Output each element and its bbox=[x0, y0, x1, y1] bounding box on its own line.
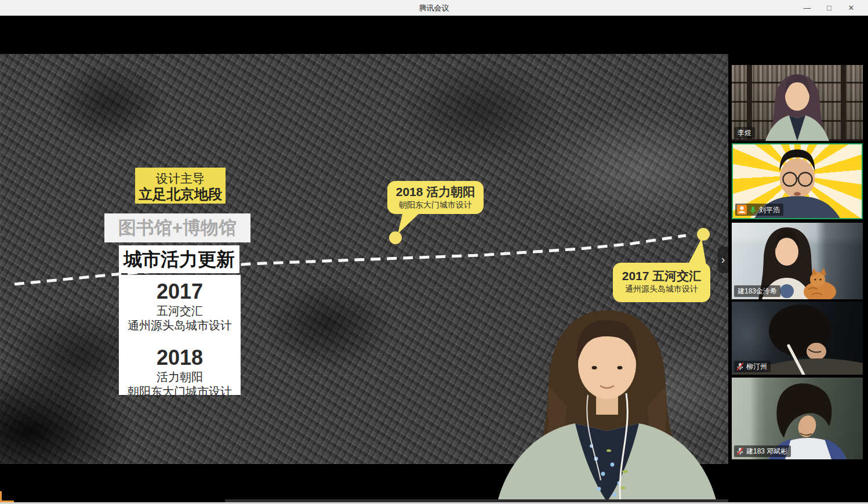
callout-2017-tail bbox=[688, 238, 706, 265]
projects-panel: 2017 五河交汇 通州源头岛城市设计 2018 活力朝阳 朝阳东大门城市设计 bbox=[119, 275, 241, 395]
mic-muted-icon bbox=[736, 447, 744, 456]
map-dot-2018 bbox=[389, 231, 402, 244]
participant-tile-liutingzhou[interactable]: 柳汀州 bbox=[732, 302, 863, 375]
mic-on-icon bbox=[749, 205, 757, 215]
mic-muted-icon bbox=[736, 362, 744, 371]
participant-nameplate: 李煜 bbox=[734, 127, 755, 139]
presenter-eye bbox=[592, 366, 597, 369]
participant-tile-liupinghao-active-speaker[interactable]: 刘平浩 bbox=[732, 143, 863, 219]
participant-tile-jinlingxi[interactable]: 建183金泠希 bbox=[732, 223, 863, 299]
participant-tile-liyu[interactable]: 李煜 bbox=[732, 65, 863, 141]
callout-2018: 2018 活力朝阳 朝阳东大门城市设计 bbox=[387, 181, 484, 214]
participants-sidebar: 李煜 刘平浩 bbox=[728, 16, 868, 504]
callout-2018-title: 2018 活力朝阳 bbox=[387, 184, 484, 200]
titlebar[interactable]: 腾讯会议 — □ ✕ bbox=[0, 0, 868, 16]
callout-2017-title: 2017 五河交汇 bbox=[613, 269, 710, 284]
urban-vitality-tag: 城市活力更新 bbox=[119, 245, 239, 273]
project-name-2018: 活力朝阳 bbox=[119, 370, 241, 385]
shared-screen-stage: 设计主导 立足北京地段 图书馆+博物馆 城市活力更新 2017 五河交汇 通州源… bbox=[0, 16, 728, 504]
callout-2018-subtitle: 朝阳东大门城市设计 bbox=[387, 200, 484, 211]
presenter-badge-icon bbox=[737, 205, 747, 215]
project-year-2017: 2017 bbox=[119, 280, 241, 304]
participant-tile-dengbinbin[interactable]: 建183 邓斌彬 bbox=[732, 378, 863, 459]
presenter-video-overlay bbox=[480, 309, 726, 502]
project-desc-2017: 通州源头岛城市设计 bbox=[119, 318, 241, 333]
dashed-route-line bbox=[14, 235, 686, 284]
tencent-meeting-window: 腾讯会议 — □ ✕ 设计主导 立足北京地段 图书馆+博物馆 城市活力更新 bbox=[0, 0, 868, 504]
callout-2017-subtitle: 通州源头岛城市设计 bbox=[613, 284, 710, 295]
window-controls: — □ ✕ bbox=[796, 0, 862, 16]
project-year-2018: 2018 bbox=[119, 346, 241, 370]
participant-name: 李煜 bbox=[738, 128, 751, 137]
share-region-corner-marker bbox=[0, 491, 14, 502]
participant-nameplate: 刘平浩 bbox=[735, 204, 783, 216]
participant-name: 刘平浩 bbox=[759, 205, 780, 215]
callout-2017: 2017 五河交汇 通州源头岛城市设计 bbox=[613, 263, 710, 302]
participant-nameplate: 建183 邓斌彬 bbox=[734, 445, 791, 457]
project-desc-2018: 朝阳东大门城市设计 bbox=[119, 385, 241, 399]
library-museum-tag: 图书馆+博物馆 bbox=[104, 213, 250, 242]
participant-name: 建183金泠希 bbox=[738, 287, 777, 296]
minimize-button[interactable]: — bbox=[796, 0, 818, 16]
callout-2018-tail bbox=[398, 212, 421, 234]
participant-name: 建183 邓斌彬 bbox=[746, 447, 787, 456]
maximize-button[interactable]: □ bbox=[818, 0, 840, 16]
design-lead-tag: 设计主导 立足北京地段 bbox=[135, 168, 226, 204]
close-button[interactable]: ✕ bbox=[840, 0, 862, 16]
participant-name: 柳汀州 bbox=[746, 362, 767, 371]
presenter-eye bbox=[618, 366, 623, 369]
map-dot-2017 bbox=[697, 228, 710, 241]
participant-nameplate: 建183金泠希 bbox=[734, 285, 780, 297]
window-title: 腾讯会议 bbox=[0, 0, 868, 16]
design-lead-line1: 设计主导 bbox=[135, 171, 226, 186]
project-name-2017: 五河交汇 bbox=[119, 304, 241, 318]
participant-nameplate: 柳汀州 bbox=[734, 361, 771, 372]
sidebar-collapse-arrow[interactable]: › bbox=[718, 246, 728, 273]
design-lead-line2: 立足北京地段 bbox=[135, 186, 226, 202]
